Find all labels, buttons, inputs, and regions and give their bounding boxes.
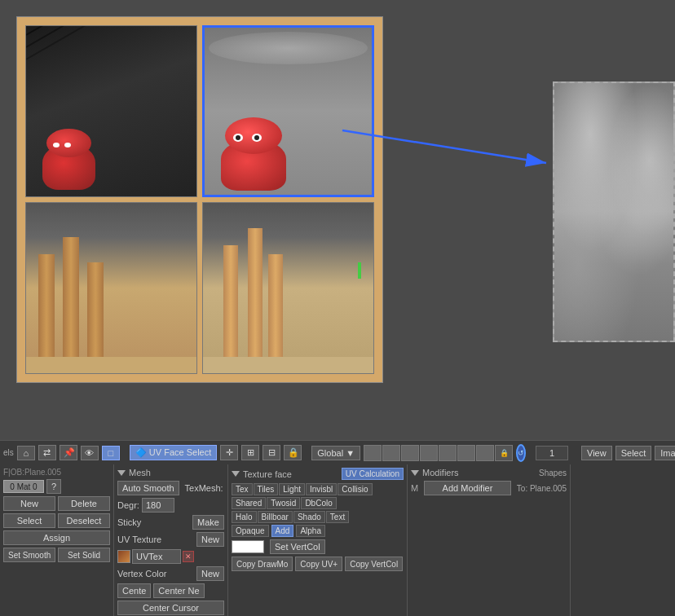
texture-preview[interactable] xyxy=(553,81,675,342)
q-btn[interactable]: ? xyxy=(46,479,61,494)
uv-new-btn[interactable]: New xyxy=(196,532,224,547)
copy-row: Copy DrawMo Copy UV+ Copy VertCol xyxy=(232,557,404,571)
uv-tex-name-row: ✕ xyxy=(117,549,224,564)
global-label: Global xyxy=(317,448,343,458)
mode-circle-btn[interactable]: ↺ xyxy=(516,444,526,462)
invisbl-btn[interactable]: Invisbl xyxy=(306,483,337,495)
uv-tex-close-btn[interactable]: ✕ xyxy=(183,551,194,562)
twosid-btn[interactable]: Twosid xyxy=(267,497,300,509)
blend-row: Opaque Add Alpha xyxy=(232,525,404,537)
mat-display: 0 Mat 0 xyxy=(3,480,44,493)
viewport-btn[interactable]: ⊞ xyxy=(241,445,259,460)
new-delete-row: New Delete xyxy=(3,496,110,511)
uv-texture-row: UV Texture New xyxy=(117,532,224,547)
light-btn[interactable]: Light xyxy=(279,483,305,495)
select-deselect-row: Select Deselect xyxy=(3,513,110,528)
vc-new-btn[interactable]: New xyxy=(196,566,224,581)
view-label: View xyxy=(587,448,607,458)
sticky-make-row: Sticky Make xyxy=(117,515,224,530)
pin2-btn[interactable]: 🔒 xyxy=(284,445,302,460)
alpha-btn[interactable]: Alpha xyxy=(296,525,325,537)
texture-face-panel: Texture face UV Calculation Tex Tiles Li… xyxy=(228,464,408,616)
tex-btn[interactable]: Tex xyxy=(232,483,253,495)
toolbar-label-els: els xyxy=(3,448,14,457)
image-menu-btn[interactable]: Image xyxy=(655,446,675,460)
sticky-label: Sticky xyxy=(117,517,190,527)
lock-btn[interactable]: 🔒 xyxy=(495,445,513,461)
degr-row: Degr: xyxy=(117,498,224,513)
left-viewport[interactable] xyxy=(16,16,383,383)
toolbar-sync-btn[interactable]: ⇄ xyxy=(38,445,56,460)
vertex-color-row: Vertex Color New xyxy=(117,566,224,581)
frame-btn-3[interactable] xyxy=(401,445,419,461)
assign-btn[interactable]: Assign xyxy=(3,530,110,545)
render-cell-2[interactable] xyxy=(202,25,374,197)
shapes-tab-label: Shapes xyxy=(539,469,567,477)
set-smooth-btn[interactable]: Set Smooth xyxy=(3,548,55,562)
mesh-header: Mesh xyxy=(117,468,224,477)
render-cell-4[interactable] xyxy=(202,202,374,374)
frame-btn-1[interactable] xyxy=(364,445,382,461)
uv-face-select-label: UV Face Select xyxy=(149,447,211,457)
select-menu-btn[interactable]: Select xyxy=(615,446,652,460)
dbcolo-btn[interactable]: DbColo xyxy=(301,497,336,509)
make-btn[interactable]: Make xyxy=(192,515,224,530)
uv-tex-name-input[interactable] xyxy=(132,549,181,564)
halo-btn[interactable]: Halo xyxy=(232,511,257,523)
degr-input[interactable] xyxy=(142,498,174,513)
mat-count: 0 Mat 0 xyxy=(10,482,37,491)
toolbar-pin-btn[interactable]: 📌 xyxy=(60,445,77,460)
assign-row: Assign xyxy=(3,530,110,545)
render-grid xyxy=(17,17,382,382)
toolbar-view-btn[interactable]: 👁 xyxy=(81,446,99,460)
center-cursor-row: Center Cursor xyxy=(117,601,224,615)
copy-vertcol-btn[interactable]: Copy VertCol xyxy=(345,557,403,571)
render-cell-1[interactable] xyxy=(25,25,197,197)
select-mat-btn[interactable]: Select xyxy=(3,513,55,528)
uv-face-select-btn[interactable]: 🔷 UV Face Select xyxy=(130,445,217,460)
center-cursor-btn[interactable]: Center Cursor xyxy=(117,601,224,615)
frame-btn-7[interactable] xyxy=(476,445,494,461)
mesh-triangle-icon xyxy=(117,470,126,476)
shared-btn[interactable]: Shared xyxy=(232,497,266,509)
copy-uv-btn[interactable]: Copy UV+ xyxy=(295,557,342,571)
render-cell-3[interactable] xyxy=(25,202,197,374)
billboar-btn[interactable]: Billboar xyxy=(258,511,293,523)
set-vertcol-btn[interactable]: Set VertCol xyxy=(270,539,325,554)
modifiers-panel: Modifiers Shapes M Add Modifier To: Plan… xyxy=(408,464,571,616)
grid-btn[interactable]: ⊟ xyxy=(262,445,280,460)
frame-btn-5[interactable] xyxy=(439,445,457,461)
opaque-btn[interactable]: Opaque xyxy=(232,525,269,537)
add-modifier-btn[interactable]: Add Modifier xyxy=(424,481,511,495)
view-menu-btn[interactable]: View xyxy=(581,446,612,460)
copy-drawmo-btn[interactable]: Copy DrawMo xyxy=(232,557,293,571)
frame-number-input[interactable] xyxy=(536,446,568,460)
frame-btn-2[interactable] xyxy=(382,445,400,461)
shado-btn[interactable]: Shado xyxy=(293,511,325,523)
f-label: F|OB:Plane.005 xyxy=(3,468,61,477)
center-ne-btn[interactable]: Center Ne xyxy=(153,583,204,598)
m-label: M xyxy=(411,483,418,493)
frame-btn-6[interactable] xyxy=(457,445,475,461)
new-mat-btn[interactable]: New xyxy=(3,496,55,511)
image-label: Image xyxy=(660,448,675,458)
center-row: Cente Center Ne xyxy=(117,583,224,598)
global-btn[interactable]: Global ▼ xyxy=(311,446,360,460)
add-btn[interactable]: Add xyxy=(271,525,294,537)
color-swatch[interactable] xyxy=(232,540,264,553)
collisio-btn[interactable]: Collisio xyxy=(338,483,372,495)
tiles-btn[interactable]: Tiles xyxy=(254,483,279,495)
auto-smooth-row: Auto Smooth TexMesh: xyxy=(117,481,224,495)
delete-mat-btn[interactable]: Delete xyxy=(58,496,110,511)
toolbar-select-mode-btn[interactable]: □ xyxy=(102,446,120,460)
cente-btn[interactable]: Cente xyxy=(117,583,151,598)
frame-btn-4[interactable] xyxy=(420,445,438,461)
set-solid-btn[interactable]: Set Solid xyxy=(58,548,110,562)
deselect-mat-btn[interactable]: Deselect xyxy=(58,513,110,528)
toolbar-home-btn[interactable]: ⌂ xyxy=(17,446,35,460)
cursor-btn[interactable]: ✛ xyxy=(220,445,238,460)
vertex-color-label: Vertex Color xyxy=(117,569,194,579)
uv-calc-tab[interactable]: UV Calculation xyxy=(342,468,404,480)
text-btn[interactable]: Text xyxy=(326,511,349,523)
auto-smooth-btn[interactable]: Auto Smooth xyxy=(117,481,179,495)
